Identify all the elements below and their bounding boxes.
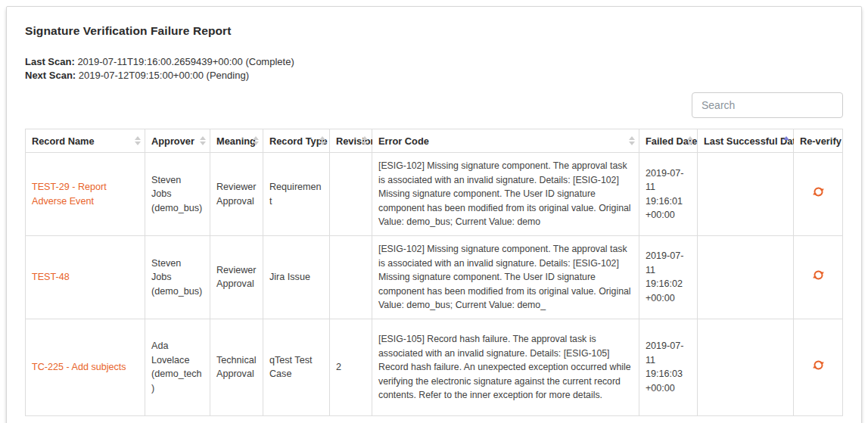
last-scan-label: Last Scan: <box>25 56 75 67</box>
column-header-meaning[interactable]: Meaning <box>210 129 263 153</box>
sort-icon <box>319 136 325 145</box>
table-row: TEST-29 - Report Adverse Event Steven Jo… <box>26 153 843 236</box>
revision-cell: 2 <box>330 319 372 415</box>
sort-icon <box>629 136 635 145</box>
error-code-cell: [ESIG-102] Missing signature component. … <box>372 153 639 236</box>
reverify-cell <box>794 319 843 415</box>
reverify-cell <box>794 153 843 236</box>
reverify-cell <box>794 236 843 319</box>
column-header-re-verify: Re-verify <box>794 129 843 153</box>
reverify-button[interactable] <box>813 359 824 371</box>
next-scan-value: 2019-07-12T09:15:00+00:00 (Pending) <box>79 70 249 81</box>
approver-cell: Steven Jobs (demo_bus) <box>145 153 210 236</box>
scan-info: Last Scan: 2019-07-11T19:16:00.2659439+0… <box>25 55 843 82</box>
last-successful-date-cell <box>698 236 794 319</box>
meaning-cell: Reviewer Approval <box>210 236 263 319</box>
failed-date-cell: 2019-07-11 19:16:03 +00:00 <box>639 319 698 415</box>
meaning-cell: Technical Approval <box>210 319 263 415</box>
column-header-last-successful-date[interactable]: Last Successful Date <box>698 129 794 153</box>
sort-icon <box>687 136 693 145</box>
error-code-cell: [ESIG-102] Missing signature component. … <box>372 236 639 319</box>
last-scan-line: Last Scan: 2019-07-11T19:16:00.2659439+0… <box>25 55 843 69</box>
revision-cell <box>330 153 372 236</box>
record-link[interactable]: TEST-48 <box>32 272 70 282</box>
error-code-cell: [ESIG-105] Record hash failure. The appr… <box>372 319 639 415</box>
page-title: Signature Verification Failure Report <box>25 24 843 38</box>
approver-cell: Steven Jobs (demo_bus) <box>145 236 210 319</box>
column-header-failed-date[interactable]: Failed Date <box>639 129 698 153</box>
search-row <box>25 92 843 118</box>
refresh-icon <box>813 269 824 281</box>
record-link[interactable]: TC-225 - Add subjects <box>32 362 126 372</box>
header-row: Record Name Approver Meaning Record Type… <box>26 129 843 153</box>
refresh-icon <box>813 359 824 371</box>
approver-cell: Ada Lovelace (demo_tech) <box>145 319 210 415</box>
search-input[interactable] <box>692 92 843 118</box>
record-link[interactable]: TEST-29 - Report Adverse Event <box>32 182 107 207</box>
meaning-cell: Reviewer Approval <box>210 153 263 236</box>
next-scan-label: Next Scan: <box>25 70 76 81</box>
sort-icon <box>362 136 368 145</box>
column-header-record-type[interactable]: Record Type <box>263 129 330 153</box>
reverify-button[interactable] <box>813 269 824 281</box>
failed-date-cell: 2019-07-11 19:16:01 +00:00 <box>639 153 698 236</box>
next-scan-line: Next Scan: 2019-07-12T09:15:00+00:00 (Pe… <box>25 69 843 82</box>
column-header-approver[interactable]: Approver <box>145 129 210 153</box>
revision-cell <box>330 236 372 319</box>
record-type-cell: Jira Issue <box>263 236 330 319</box>
sort-icon <box>200 136 206 145</box>
report-card: Signature Verification Failure Report La… <box>6 6 862 423</box>
sort-asc-icon <box>783 136 789 145</box>
last-successful-date-cell <box>698 153 794 236</box>
last-successful-date-cell <box>698 319 794 415</box>
table-row: TC-225 - Add subjects Ada Lovelace (demo… <box>26 319 843 415</box>
column-header-error-code[interactable]: Error Code <box>372 129 639 153</box>
failed-date-cell: 2019-07-11 19:16:02 +00:00 <box>639 236 698 319</box>
reverify-button[interactable] <box>813 186 824 198</box>
failure-report-table: Record Name Approver Meaning Record Type… <box>25 129 843 416</box>
column-header-record-name[interactable]: Record Name <box>26 129 145 153</box>
refresh-icon <box>813 186 824 198</box>
sort-icon <box>253 136 259 145</box>
record-type-cell: qTest Test Case <box>263 319 330 415</box>
last-scan-value: 2019-07-11T19:16:00.2659439+00:00 (Compl… <box>77 56 294 67</box>
record-type-cell: Requirement <box>263 153 330 236</box>
sort-icon <box>135 136 141 145</box>
column-header-revision[interactable]: Revision <box>330 129 372 153</box>
table-row: TEST-48 Steven Jobs (demo_bus) Reviewer … <box>26 236 843 319</box>
